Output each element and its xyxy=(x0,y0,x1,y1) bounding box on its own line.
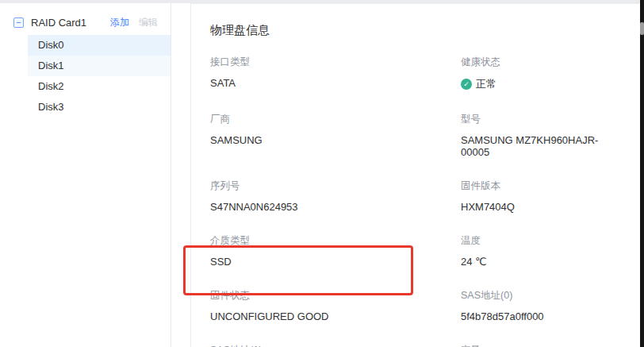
field-value: 5f4b78d57a0ff000 xyxy=(461,310,620,322)
field-firmware-version: 固件版本 HXM7404Q xyxy=(461,179,620,213)
sidebar-item-disk3[interactable]: Disk3 xyxy=(28,97,171,118)
field-value: SAMSUNG xyxy=(210,134,461,146)
field-health-status: 健康状态 ✓ 正常 xyxy=(461,56,620,91)
field-value: SAMSUNG MZ7KH960HAJR-00005 xyxy=(461,134,620,158)
field-value: SSD xyxy=(210,256,461,268)
field-value: 24 ℃ xyxy=(461,256,620,268)
field-temperature: 温度 24 ℃ xyxy=(461,234,620,268)
field-label: 容量 xyxy=(461,344,620,347)
tree-node-label: RAID Card1 xyxy=(31,17,86,29)
field-value: UNCONFIGURED GOOD xyxy=(210,310,461,322)
disk-list: Disk0 Disk1 Disk2 Disk3 xyxy=(0,35,171,118)
field-value: SATA xyxy=(210,77,461,89)
collapse-minus-icon[interactable]: − xyxy=(13,17,24,28)
tree-actions: 添加 编辑 xyxy=(110,16,158,29)
scrollbar-thumb[interactable] xyxy=(640,22,644,35)
field-label: SAS地址(1) xyxy=(210,344,461,347)
field-serial-number: 序列号 S47NNA0N624953 xyxy=(210,179,461,213)
scrollbar-track[interactable] xyxy=(640,0,644,347)
field-label: 健康状态 xyxy=(461,56,620,69)
tree-node-raid-card1[interactable]: − RAID Card1 添加 编辑 xyxy=(0,12,171,33)
add-link[interactable]: 添加 xyxy=(110,16,129,29)
field-sas-address-1: SAS地址(1) 0000000000000000 xyxy=(210,344,461,347)
field-label: 序列号 xyxy=(210,179,461,193)
field-label: 型号 xyxy=(461,113,620,126)
field-model: 型号 SAMSUNG MZ7KH960HAJR-00005 xyxy=(461,113,620,158)
health-status-text: 正常 xyxy=(476,77,496,91)
field-label: 固件版本 xyxy=(461,179,620,193)
success-check-icon: ✓ xyxy=(461,79,472,90)
field-value: ✓ 正常 xyxy=(461,77,620,91)
field-value: HXM7404Q xyxy=(461,201,620,213)
field-label: 介质类型 xyxy=(210,234,461,248)
field-media-type: 介质类型 SSD xyxy=(210,234,461,268)
sidebar-item-disk0[interactable]: Disk0 xyxy=(28,35,171,56)
raid-tree-sidebar: − RAID Card1 添加 编辑 Disk0 Disk1 Disk2 Dis… xyxy=(0,3,171,347)
edit-link[interactable]: 编辑 xyxy=(139,16,158,29)
field-label: 厂商 xyxy=(210,113,461,126)
fields-grid: 接口类型 SATA 健康状态 ✓ 正常 厂商 SAMSUNG 型号 SAMSUN… xyxy=(210,56,620,347)
sidebar-item-disk1[interactable]: Disk1 xyxy=(28,56,171,76)
field-interface-type: 接口类型 SATA xyxy=(210,56,461,91)
field-firmware-state: 固件状态 UNCONFIGURED GOOD xyxy=(210,289,461,322)
field-label: SAS地址(0) xyxy=(461,289,620,303)
field-capacity: 容量 0.872 TB xyxy=(461,344,620,347)
field-label: 接口类型 xyxy=(210,56,461,69)
sidebar-item-disk2[interactable]: Disk2 xyxy=(28,76,171,97)
field-sas-address-0: SAS地址(0) 5f4b78d57a0ff000 xyxy=(461,289,620,322)
field-vendor: 厂商 SAMSUNG xyxy=(210,113,461,158)
field-label: 固件状态 xyxy=(210,289,461,303)
field-value: S47NNA0N624953 xyxy=(210,201,461,213)
physical-disk-info-panel: 物理盘信息 接口类型 SATA 健康状态 ✓ 正常 厂商 SAMSUNG 型号 … xyxy=(190,3,639,347)
field-label: 温度 xyxy=(461,234,620,248)
page-title: 物理盘信息 xyxy=(210,23,620,38)
